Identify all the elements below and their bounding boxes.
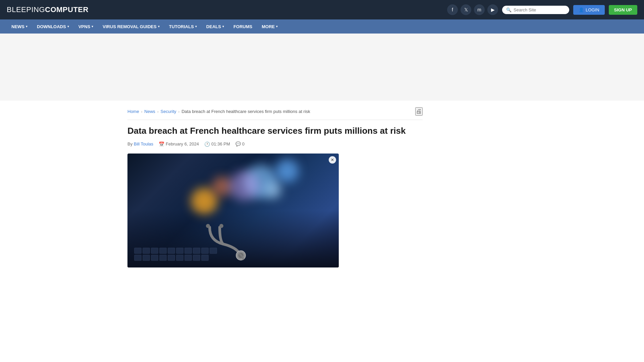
main-content: Home › News › Security › Data breach at … xyxy=(127,107,423,267)
signup-button[interactable]: SIGN UP xyxy=(609,5,637,15)
search-icon: 🔍 xyxy=(506,7,512,12)
article-image: ✕ xyxy=(127,154,339,267)
site-header: BLEEPINGCOMPUTER f 𝕏 m ▶ 🔍 👤 LOGIN SIGN … xyxy=(0,0,644,19)
chevron-down-icon: ▾ xyxy=(195,25,197,28)
nav-item-downloads[interactable]: DOWNLOADS ▾ xyxy=(32,20,74,33)
search-bar[interactable]: 🔍 xyxy=(502,6,569,14)
site-logo[interactable]: BLEEPINGCOMPUTER xyxy=(7,5,89,14)
chevron-down-icon: ▾ xyxy=(276,25,278,28)
twitter-icon[interactable]: 𝕏 xyxy=(461,4,471,15)
image-close-button[interactable]: ✕ xyxy=(329,156,336,164)
article-time: 🕐 01:36 PM xyxy=(204,141,230,147)
content-wrapper: Home › News › Security › Data breach at … xyxy=(121,101,523,274)
breadcrumb-home[interactable]: Home xyxy=(127,109,139,114)
article-image-visual xyxy=(127,154,339,267)
bokeh-light xyxy=(265,182,282,199)
comments-count: 💬 0 xyxy=(235,141,245,146)
breadcrumb-security[interactable]: Security xyxy=(161,109,176,114)
nav-item-more[interactable]: MORE ▾ xyxy=(257,20,282,33)
nav-item-deals[interactable]: DEALS ▾ xyxy=(202,20,229,33)
logo-bold: COMPUTER xyxy=(45,5,89,14)
key xyxy=(193,248,200,254)
svg-point-1 xyxy=(219,224,223,228)
nav-item-virus-removal[interactable]: VIRUS REMOVAL GUIDES ▾ xyxy=(98,20,164,33)
key xyxy=(143,248,150,254)
comment-icon: 💬 xyxy=(235,141,241,146)
youtube-icon[interactable]: ▶ xyxy=(487,4,498,15)
author-label: By Bill Toulas xyxy=(127,141,153,146)
breadcrumb-separator: › xyxy=(141,110,143,114)
login-button[interactable]: 👤 LOGIN xyxy=(573,5,604,15)
ad-banner xyxy=(0,34,644,101)
clock-icon: 🕐 xyxy=(204,141,210,147)
key xyxy=(151,248,158,254)
key xyxy=(168,248,175,254)
user-icon: 👤 xyxy=(579,7,584,12)
article-date: 📅 February 6, 2024 xyxy=(159,141,199,147)
sidebar xyxy=(433,107,517,267)
facebook-icon[interactable]: f xyxy=(447,4,458,15)
stethoscope-icon xyxy=(200,221,267,261)
nav-item-news[interactable]: NEWS ▾ xyxy=(7,20,32,33)
breadcrumb-separator: › xyxy=(178,110,180,114)
article-title: Data breach at French healthcare service… xyxy=(127,125,423,137)
key xyxy=(168,255,175,261)
chevron-down-icon: ▾ xyxy=(158,25,160,28)
main-nav: NEWS ▾ DOWNLOADS ▾ VPNS ▾ VIRUS REMOVAL … xyxy=(0,19,644,34)
key xyxy=(134,248,142,254)
key xyxy=(151,255,158,261)
nav-item-tutorials[interactable]: TUTORIALS ▾ xyxy=(164,20,202,33)
logo-light: BLEEPING xyxy=(7,5,45,14)
key xyxy=(176,255,183,261)
chevron-down-icon: ▾ xyxy=(26,25,28,28)
author-link[interactable]: Bill Toulas xyxy=(134,141,153,146)
article-meta: By Bill Toulas 📅 February 6, 2024 🕐 01:3… xyxy=(127,141,423,147)
key xyxy=(184,255,192,261)
key xyxy=(159,255,167,261)
chevron-down-icon: ▾ xyxy=(222,25,224,28)
search-input[interactable] xyxy=(514,7,565,12)
calendar-icon: 📅 xyxy=(159,141,164,147)
breadcrumb-news[interactable]: News xyxy=(144,109,155,114)
breadcrumb-separator: › xyxy=(157,110,159,114)
nav-item-forums[interactable]: FORUMS xyxy=(229,20,257,33)
chevron-down-icon: ▾ xyxy=(92,25,93,28)
social-icons: f 𝕏 m ▶ xyxy=(447,4,498,15)
nav-item-vpns[interactable]: VPNS ▾ xyxy=(74,20,98,33)
svg-point-0 xyxy=(206,224,210,228)
bokeh-light xyxy=(229,171,259,201)
breadcrumb-current: Data breach at French healthcare service… xyxy=(181,109,310,114)
header-right: f 𝕏 m ▶ 🔍 👤 LOGIN SIGN UP xyxy=(447,4,637,15)
mastodon-icon[interactable]: m xyxy=(474,4,485,15)
key xyxy=(193,255,200,261)
breadcrumb-links: Home › News › Security › Data breach at … xyxy=(127,109,310,114)
key xyxy=(143,255,150,261)
bokeh-light xyxy=(275,159,299,183)
breadcrumb: Home › News › Security › Data breach at … xyxy=(127,107,423,120)
chevron-down-icon: ▾ xyxy=(67,25,69,28)
key xyxy=(184,248,192,254)
key xyxy=(176,248,183,254)
key xyxy=(159,248,167,254)
key xyxy=(134,255,142,261)
print-button[interactable]: 🖨 xyxy=(415,107,423,116)
